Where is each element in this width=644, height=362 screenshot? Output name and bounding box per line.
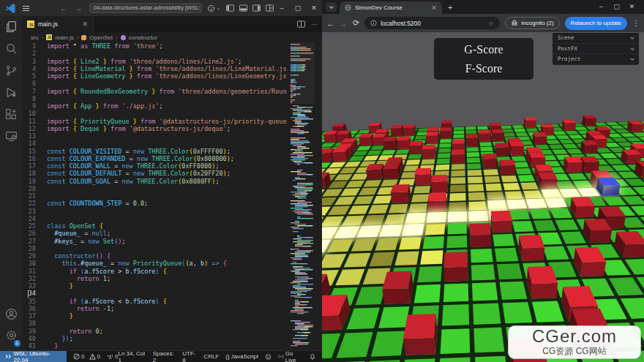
back-icon[interactable]: ← <box>326 19 334 28</box>
watermark-subtitle: CG资源 CG网站 <box>509 347 640 356</box>
code-line: class OpenSet { <box>47 222 287 230</box>
vscode-window: ← → 04-data-structures-astar-admissibili… <box>0 0 322 362</box>
encoding-status[interactable]: UTF-8 <box>182 350 197 362</box>
g-score-label: G-Score <box>434 40 533 59</box>
close-icon[interactable]: ✕ <box>624 0 640 13</box>
toggle-panel-icon[interactable] <box>239 4 247 12</box>
code-line <box>47 208 287 215</box>
code-line <box>47 80 287 87</box>
line-numbers-gutter: 1234567891011121314151617181920212223242… <box>22 42 41 350</box>
chevron-down-icon <box>630 35 634 39</box>
customize-layout-icon[interactable] <box>266 4 274 12</box>
run-debug-icon[interactable] <box>5 86 18 99</box>
breadcrumb-file[interactable]: main.js <box>55 34 73 41</box>
editor-scrollbar[interactable] <box>315 42 322 350</box>
ports-status[interactable]: 0 <box>107 353 118 360</box>
code-editor[interactable]: 1234567891011121314151617181920212223242… <box>22 42 322 350</box>
watermark-title: CGer.com <box>509 326 640 347</box>
code-line: } <box>47 282 287 290</box>
maximize-icon[interactable]: ▢ <box>290 0 306 16</box>
site-info-icon[interactable] <box>370 20 377 26</box>
code-line: constructor() { <box>47 252 287 260</box>
chevron-down-icon[interactable]: ⌄ <box>216 5 220 11</box>
tab-close-icon[interactable]: ✕ <box>82 20 88 28</box>
split-editor-icon[interactable] <box>297 20 305 28</box>
language-status[interactable]: {} JavaScript <box>225 353 258 360</box>
tab-main-js[interactable]: JS main.js ✕ <box>22 16 94 32</box>
code-line: import { LineMaterial } from 'three/addo… <box>47 65 287 72</box>
gui-folder-project[interactable]: Project <box>553 54 639 65</box>
remote-indicator[interactable]: WSL: Ubuntu-22.04 <box>0 351 67 362</box>
incognito-badge: Incognito (2) <box>505 17 559 29</box>
indentation-status[interactable]: Spaces: 2 <box>153 350 176 362</box>
javascript-file-icon: JS <box>27 20 34 28</box>
code-line <box>47 185 287 192</box>
watermark: CGer.com CG资源 CG网站 <box>508 325 641 359</box>
search-icon[interactable] <box>5 42 18 55</box>
more-actions-icon[interactable]: ··· <box>311 20 318 28</box>
code-line: if (a.fScore > b.fScore) { <box>47 268 287 275</box>
account-icon[interactable] <box>5 308 18 320</box>
forward-arrow-icon[interactable]: → <box>75 4 82 12</box>
bookmark-star-icon[interactable]: ☆ <box>488 20 494 27</box>
menu-icon[interactable] <box>23 6 29 11</box>
eol-status[interactable]: CRLF <box>203 353 219 360</box>
go-live-status[interactable]: Go Live <box>278 350 303 362</box>
code-line <box>47 215 287 222</box>
extensions-icon[interactable] <box>5 108 18 121</box>
browser-menu-icon[interactable]: ⋮ <box>632 19 640 27</box>
code-line: import { App } from './app.js'; <box>47 102 287 110</box>
code-line <box>47 290 287 297</box>
url-text: localhost:5200 <box>381 20 484 27</box>
minimap[interactable] <box>290 42 315 350</box>
code-line <box>47 245 287 252</box>
toggle-secondary-sidebar-icon[interactable] <box>252 4 261 12</box>
minimize-icon[interactable]: – <box>594 0 609 13</box>
code-line: return 0; <box>47 328 287 335</box>
breadcrumb-class[interactable]: OpenSet <box>89 34 113 41</box>
new-tab-icon[interactable]: + <box>448 3 452 12</box>
breadcrumb-method[interactable]: constructor <box>129 34 158 41</box>
command-center-search[interactable]: 04-data-structures-astar-admissibility [… <box>89 3 202 13</box>
problems-status[interactable]: 0 0 <box>73 353 100 360</box>
explorer-icon[interactable] <box>5 20 18 33</box>
minimize-icon[interactable]: – <box>274 0 290 16</box>
tab-close-icon[interactable]: ✕ <box>431 4 437 12</box>
code-line <box>47 132 287 140</box>
source-control-icon[interactable] <box>5 64 18 77</box>
forward-icon[interactable]: → <box>340 19 348 28</box>
chevron-down-icon <box>329 4 334 9</box>
maximize-icon[interactable]: ▢ <box>609 0 624 13</box>
browser-tab[interactable]: SimonDev Course ✕ <box>340 1 442 14</box>
breadcrumb: src› JS main.js› OpenSet› constructor <box>22 32 322 42</box>
relaunch-to-update-button[interactable]: Relaunch to update <box>565 17 627 30</box>
code-line: const COLOUR_DEFAULT = new THREE.Color(0… <box>47 170 287 177</box>
code-line: const COLOUR_EXPANDED = new THREE.Color(… <box>47 155 287 162</box>
breadcrumb-src[interactable]: src <box>31 34 39 41</box>
settings-badge: 1 <box>14 340 20 347</box>
tab-search-button[interactable] <box>326 2 337 12</box>
code-content[interactable]: import * as THREE from 'three';import { … <box>41 42 287 350</box>
3d-viewport[interactable] <box>322 32 644 362</box>
code-line: } <box>47 342 287 350</box>
vscode-statusbar: WSL: Ubuntu-22.04 0 0 0 Ln 34, Col 1 Spa… <box>0 350 322 362</box>
activity-bar: 1 <box>0 16 22 350</box>
feedback-smiley-icon[interactable] <box>265 353 272 361</box>
code-line: import { Deque } from '@datastructures-j… <box>47 125 287 132</box>
warnings-icon <box>89 353 96 360</box>
reload-icon[interactable]: ⟳ <box>353 18 359 28</box>
notifications-bell-icon[interactable] <box>310 353 315 361</box>
line-col-status[interactable]: Ln 34, Col 1 <box>118 350 146 362</box>
f-score-label: F-Score <box>434 59 533 78</box>
gui-folder-postfx[interactable]: PostFX <box>553 44 639 55</box>
code-line: const COUNTDOWN_STEP = 0.0; <box>47 200 287 207</box>
incognito-icon <box>511 20 518 26</box>
remote-explorer-icon[interactable] <box>5 130 18 143</box>
gui-folder-scene[interactable]: Scene <box>553 33 639 44</box>
toggle-sidebar-icon[interactable] <box>226 4 234 12</box>
back-arrow-icon[interactable]: ← <box>60 4 67 12</box>
address-bar[interactable]: localhost:5200 ☆ <box>364 17 500 29</box>
close-icon[interactable]: ✕ <box>306 0 322 16</box>
code-line: if (a.fScore < b.fScore) { <box>47 298 287 305</box>
copilot-icon[interactable] <box>207 4 215 12</box>
